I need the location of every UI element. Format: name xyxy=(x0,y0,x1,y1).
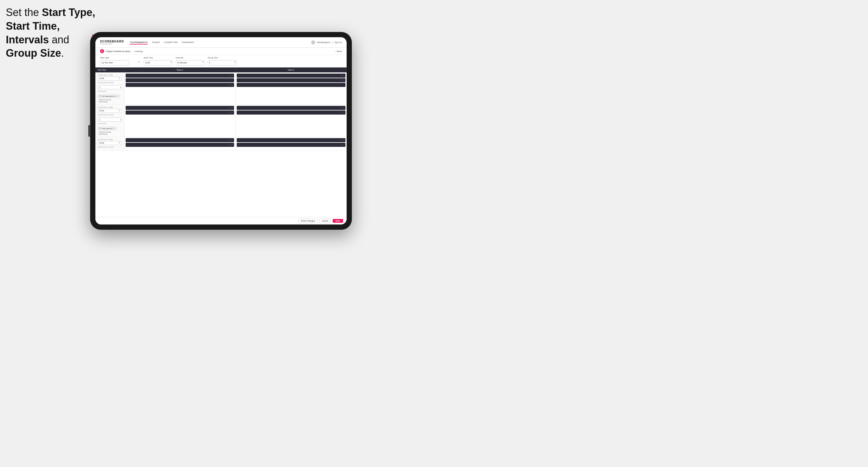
time-input-1[interactable]: ⏱ xyxy=(98,76,122,81)
slot-edit-1a[interactable]: ○ xyxy=(232,74,233,76)
table-row: STARTING TIME: ⏱ STARTING HOLE: 1 COURSE… xyxy=(95,105,347,137)
slot-x-1c[interactable]: ✕ xyxy=(229,84,231,86)
remove-group-1[interactable]: ○ Remove Group xyxy=(98,99,122,101)
cancel-button[interactable]: Cancel xyxy=(319,219,331,223)
slot-icons-2c: ✕ ○ xyxy=(341,107,344,109)
intervals-label: Intervals xyxy=(176,57,205,59)
slot-icons-1c: ✕ ○ xyxy=(229,84,233,86)
player-slot-1f xyxy=(237,83,345,87)
group-size-select[interactable]: 2 3 4 xyxy=(208,60,237,65)
add-group-1[interactable]: + Add Group xyxy=(98,101,122,103)
slot-x-2d[interactable]: ✕ xyxy=(341,112,342,114)
player-slot-3d: ✕ ○ xyxy=(237,143,345,147)
save-button[interactable]: Save xyxy=(333,219,343,223)
course-label-2: COURSE: xyxy=(98,123,122,124)
reset-changes-button[interactable]: Reset Changes xyxy=(298,219,317,223)
slot-edit-3c[interactable]: ○ xyxy=(343,139,344,141)
slot-edit-3a[interactable]: ○ xyxy=(232,139,233,141)
time-field-3[interactable] xyxy=(99,142,118,144)
slot-x-2b[interactable]: ✕ xyxy=(229,112,231,114)
remove-icon-1: ○ xyxy=(98,99,99,101)
team1-cell-3: ✕ ○ ✕ ○ xyxy=(124,137,236,150)
nav-right: blair@clippd.io | Sign out xyxy=(311,40,342,44)
start-type-label: Start Type xyxy=(100,57,141,59)
sign-out-link[interactable]: Sign out xyxy=(334,41,342,43)
slot-edit-2b[interactable]: ○ xyxy=(232,112,233,114)
breadcrumb-separator: › xyxy=(132,50,133,53)
time-field-1[interactable] xyxy=(99,77,118,80)
slot-icons-1e: ✕ ○ xyxy=(341,79,344,81)
slot-edit-1e[interactable]: ○ xyxy=(343,79,344,81)
instruction-text: Set the Start Type, Start Time, Interval… xyxy=(6,6,96,60)
time-input-3[interactable]: ⏱ xyxy=(98,141,122,145)
course-remove-2[interactable]: ✕ xyxy=(114,127,116,130)
starting-hole-label-2: STARTING HOLE: xyxy=(98,114,122,116)
slot-edit-2c[interactable]: ○ xyxy=(343,107,344,109)
logo: SCOREBOARD Powered by clippd xyxy=(100,40,124,45)
clock-icon-3: ⏱ xyxy=(118,142,120,144)
slot-edit-2a[interactable]: ○ xyxy=(232,107,233,109)
back-button[interactable]: ‹ Back xyxy=(335,50,342,53)
slot-edit-3b[interactable]: ○ xyxy=(232,144,233,146)
nav-tournaments[interactable]: TOURNAMENTS xyxy=(130,40,148,44)
player-slot-1e: ✕ ○ xyxy=(237,78,345,82)
hole-select-1[interactable]: 1 xyxy=(98,85,122,89)
breadcrumb-bar: C Clippd Invitational (Mar) › Hosting ‹ … xyxy=(95,48,347,55)
avatar xyxy=(311,40,315,44)
nav-links: TOURNAMENTS TEAMS COMMITTEE RANKINGS xyxy=(130,40,311,44)
intervals-group: Intervals 5 Minutes 10 Minutes 15 Minute… xyxy=(176,57,205,65)
team2-cell-3: ✕ ○ ✕ ○ xyxy=(236,137,347,150)
slot-icons-2a: ✕ ○ xyxy=(229,107,233,109)
player-slot-1b xyxy=(126,78,234,82)
nav-rankings[interactable]: RANKINGS xyxy=(182,40,194,44)
slot-edit-3d[interactable]: ○ xyxy=(343,144,344,146)
remove-group-2[interactable]: ○ Remove Group xyxy=(98,131,122,133)
start-type-group: Start Type 1st Tee Start Shotgun Start xyxy=(100,57,141,65)
slot-x-3d[interactable]: ✕ xyxy=(341,144,342,146)
group-size-group: Group Size 2 3 4 xyxy=(208,57,237,65)
slot-x-3c[interactable]: ✕ xyxy=(341,139,342,141)
slot-x-2a[interactable]: ✕ xyxy=(229,107,231,109)
settings-row: Start Type 1st Tee Start Shotgun Start S… xyxy=(95,55,347,67)
course-remove-1[interactable]: ✕ xyxy=(117,95,119,97)
table-row: STARTING TIME: ⏱ STARTING HOLE: ✕ ○ xyxy=(95,137,347,151)
start-time-group: Start Time 10:00 xyxy=(144,57,173,65)
slot-x-1e[interactable]: ✕ xyxy=(341,79,342,81)
slot-edit-2d[interactable]: ○ xyxy=(343,112,344,114)
breadcrumb-tournament[interactable]: Clippd Invitational (Mar) xyxy=(106,50,130,53)
breadcrumb-left: C Clippd Invitational (Mar) › Hosting xyxy=(100,49,143,53)
intervals-select-wrapper: 5 Minutes 10 Minutes 15 Minutes xyxy=(176,59,205,65)
slot-x-1d[interactable]: ✕ xyxy=(341,74,342,76)
slot-icons-3a: ✕ ○ xyxy=(229,139,233,141)
intervals-select[interactable]: 5 Minutes 10 Minutes 15 Minutes xyxy=(176,60,205,65)
slot-x-3a[interactable]: ✕ xyxy=(229,139,231,141)
tablet-screen: SCOREBOARD Powered by clippd TOURNAMENTS… xyxy=(95,37,347,224)
slot-x-1a[interactable]: ✕ xyxy=(229,74,231,76)
time-input-2[interactable]: ⏱ xyxy=(98,109,122,113)
slot-edit-1d[interactable]: ○ xyxy=(343,74,344,76)
th-team1: Team 1 xyxy=(124,67,236,72)
nav-committee[interactable]: COMMITTEE xyxy=(164,40,178,44)
team1-cell-2: ✕ ○ ✕ ○ xyxy=(124,105,236,137)
clock-icon-2: ⏱ xyxy=(118,110,120,112)
user-email: blair@clippd.io xyxy=(317,41,330,43)
action-links-2: ○ Remove Group + Add Group xyxy=(98,131,122,135)
starting-hole-label-3: STARTING HOLE: xyxy=(98,146,122,148)
player-slot-1a: ✕ ○ xyxy=(126,73,234,77)
start-time-select[interactable]: 10:00 xyxy=(144,60,173,65)
start-type-select[interactable]: 1st Tee Start Shotgun Start xyxy=(100,60,129,65)
tee-left-col-2: STARTING TIME: ⏱ STARTING HOLE: 1 COURSE… xyxy=(95,105,124,137)
starting-time-label-3: STARTING TIME: xyxy=(98,139,122,141)
time-field-2[interactable] xyxy=(99,110,118,112)
hole-select-2[interactable]: 1 xyxy=(98,118,122,122)
add-group-2[interactable]: + Add Group xyxy=(98,133,122,135)
slot-x-2c[interactable]: ✕ xyxy=(341,107,342,109)
start-type-select-wrapper: 1st Tee Start Shotgun Start xyxy=(100,59,141,65)
slot-x-3b[interactable]: ✕ xyxy=(229,144,231,146)
nav-teams[interactable]: TEAMS xyxy=(152,40,160,44)
starting-time-label-2: STARTING TIME: xyxy=(98,106,122,108)
tablet-side-handle xyxy=(88,125,90,137)
slot-icons-1d: ✕ ○ xyxy=(341,74,344,76)
tee-table: Tee Time Team 1 Team 2 STARTING TIME: ⏱ … xyxy=(95,67,347,217)
slot-edit-1c[interactable]: ○ xyxy=(232,84,233,86)
